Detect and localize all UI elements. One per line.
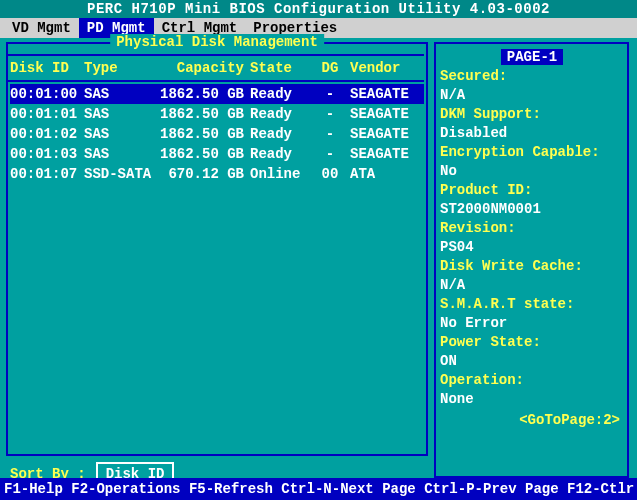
prop-operation: Operation: None [440,371,624,409]
table-row[interactable]: 00:01:00 SAS 1862.50 GB Ready - SEAGATE [10,84,424,104]
hk-ctrl-p: Ctrl-P [424,481,474,497]
ha-refresh: -Refresh [206,481,282,497]
prop-revision: Revision: PS04 [440,219,624,257]
cell-vendor: SEAGATE [350,146,416,162]
menu-vd-mgmt[interactable]: VD Mgmt [4,18,79,38]
cell-vendor: SEAGATE [350,126,416,142]
cell-dg: - [310,126,350,142]
ha-ctlr: -Ctlr [592,481,634,497]
cell-type: SAS [84,146,158,162]
goto-page-link[interactable]: <GoToPage:2> [440,411,624,430]
cell-capacity: 670.12 GB [158,166,250,182]
cell-state: Online [250,166,310,182]
page-indicator-label: PAGE-1 [501,49,563,65]
prop-secured: Secured: N/A [440,67,624,105]
ha-next-page: -Next Page [332,481,424,497]
cell-disk-id: 00:01:07 [10,166,84,182]
cell-capacity: 1862.50 GB [158,146,250,162]
prop-val: ST2000NM0001 [440,200,624,219]
prop-key: Revision: [440,219,624,238]
col-capacity: Capacity [158,60,250,76]
disk-table: Disk ID Type Capacity State DG Vendor 00… [10,52,424,184]
prop-key: Product ID: [440,181,624,200]
col-state: State [250,60,310,76]
table-top-divider [6,54,424,56]
prop-disk-write-cache: Disk Write Cache: N/A [440,257,624,295]
main-area: Physical Disk Management Disk ID Type Ca… [0,38,637,478]
hk-f2: F2 [71,481,88,497]
table-row[interactable]: 00:01:01 SAS 1862.50 GB Ready - SEAGATE [10,104,424,124]
cell-state: Ready [250,106,310,122]
col-type: Type [84,60,158,76]
prop-val: No Error [440,314,624,333]
prop-key: DKM Support: [440,105,624,124]
table-row[interactable]: 00:01:07 SSD-SATA 670.12 GB Online 00 AT… [10,164,424,184]
prop-val: ON [440,352,624,371]
prop-key: Secured: [440,67,624,86]
detail-pane: PAGE-1 Secured: N/A DKM Support: Disable… [440,48,624,430]
cell-capacity: 1862.50 GB [158,86,250,102]
prop-val: No [440,162,624,181]
cell-vendor: SEAGATE [350,86,416,102]
ha-operations: -Operations [88,481,189,497]
cell-dg: - [310,106,350,122]
cell-vendor: SEAGATE [350,106,416,122]
table-row[interactable]: 00:01:02 SAS 1862.50 GB Ready - SEAGATE [10,124,424,144]
help-bar: F1-Help F2-Operations F5-Refresh Ctrl-N-… [0,478,637,500]
hk-ctrl-n: Ctrl-N [281,481,331,497]
ha-help: -Help [21,481,71,497]
prop-encryption-capable: Encryption Capable: No [440,143,624,181]
prop-key: Power State: [440,333,624,352]
table-header-divider [6,80,424,82]
panel-left-title: Physical Disk Management [110,34,324,50]
prop-smart-state: S.M.A.R.T state: No Error [440,295,624,333]
prop-key: Disk Write Cache: [440,257,624,276]
cell-disk-id: 00:01:02 [10,126,84,142]
cell-type: SAS [84,106,158,122]
prop-product-id: Product ID: ST2000NM0001 [440,181,624,219]
prop-key: S.M.A.R.T state: [440,295,624,314]
prop-val: N/A [440,86,624,105]
prop-key: Encryption Capable: [440,143,624,162]
cell-dg: - [310,146,350,162]
cell-capacity: 1862.50 GB [158,126,250,142]
cell-dg: - [310,86,350,102]
prop-key: Operation: [440,371,624,390]
prop-val: N/A [440,276,624,295]
prop-power-state: Power State: ON [440,333,624,371]
cell-disk-id: 00:01:01 [10,106,84,122]
cell-type: SAS [84,86,158,102]
page-indicator: PAGE-1 [440,48,624,67]
cell-type: SSD-SATA [84,166,158,182]
table-row[interactable]: 00:01:03 SAS 1862.50 GB Ready - SEAGATE [10,144,424,164]
cell-state: Ready [250,146,310,162]
cell-dg: 00 [310,166,350,182]
cell-disk-id: 00:01:03 [10,146,84,162]
prop-val: PS04 [440,238,624,257]
cell-capacity: 1862.50 GB [158,106,250,122]
app-title: PERC H710P Mini BIOS Configuration Utili… [0,0,637,18]
bios-screen: PERC H710P Mini BIOS Configuration Utili… [0,0,637,500]
ha-prev-page: -Prev Page [475,481,567,497]
cell-state: Ready [250,86,310,102]
table-header-row: Disk ID Type Capacity State DG Vendor [10,58,424,78]
col-vendor: Vendor [350,60,416,76]
prop-val: Disabled [440,124,624,143]
col-dg: DG [310,60,350,76]
col-disk-id: Disk ID [10,60,84,76]
hk-f1: F1 [4,481,21,497]
hk-f5: F5 [189,481,206,497]
prop-dkm-support: DKM Support: Disabled [440,105,624,143]
cell-state: Ready [250,126,310,142]
prop-val: None [440,390,624,409]
cell-disk-id: 00:01:00 [10,86,84,102]
cell-vendor: ATA [350,166,416,182]
hk-f12: F12 [567,481,592,497]
cell-type: SAS [84,126,158,142]
